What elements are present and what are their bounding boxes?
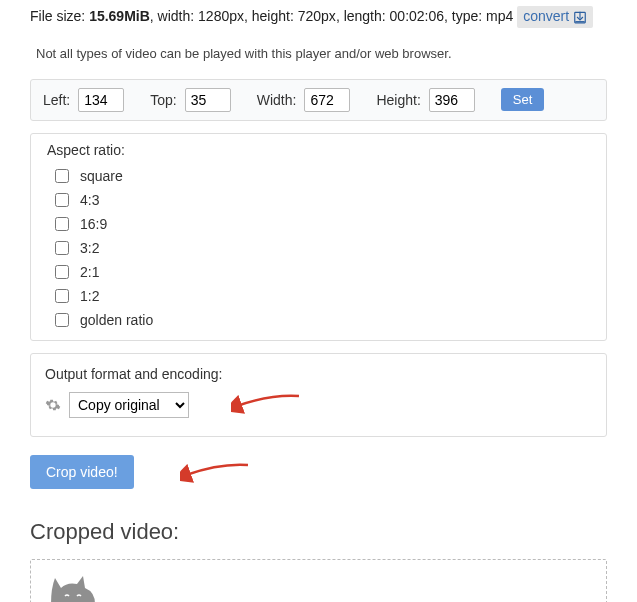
convert-label: convert	[523, 7, 569, 27]
file-info: File size: 15.69MiB, width: 1280px, heig…	[30, 6, 607, 28]
cropped-video-title: Cropped video:	[30, 519, 607, 545]
convert-button[interactable]: convert	[517, 6, 593, 28]
aspect-option[interactable]: 2:1	[43, 260, 594, 284]
left-input[interactable]	[78, 88, 124, 112]
set-button[interactable]: Set	[501, 88, 545, 111]
left-label: Left:	[43, 92, 70, 108]
svg-rect-0	[575, 21, 584, 22]
aspect-label: 4:3	[80, 192, 99, 208]
aspect-label: square	[80, 168, 123, 184]
output-title: Output format and encoding:	[45, 366, 592, 382]
aspect-option[interactable]: golden ratio	[43, 308, 594, 332]
aspect-checkbox-1-2[interactable]	[55, 289, 69, 303]
cropped-video-output	[30, 559, 607, 602]
width-input[interactable]	[304, 88, 350, 112]
aspect-option[interactable]: 3:2	[43, 236, 594, 260]
height-label: Height:	[376, 92, 420, 108]
aspect-label: 2:1	[80, 264, 99, 280]
output-panel: Output format and encoding: Copy origina…	[30, 353, 607, 437]
crop-video-button[interactable]: Crop video!	[30, 455, 134, 489]
file-height-value: 720px	[298, 8, 336, 24]
aspect-label: 1:2	[80, 288, 99, 304]
aspect-ratio-panel: Aspect ratio: square 4:3 16:9 3:2 2:1 1:…	[30, 133, 607, 341]
crop-row: Crop video!	[30, 455, 607, 495]
file-type-value: mp4	[486, 8, 513, 24]
aspect-option[interactable]: 4:3	[43, 188, 594, 212]
gear-icon[interactable]	[45, 397, 61, 413]
aspect-checkbox-16-9[interactable]	[55, 217, 69, 231]
aspect-ratio-title: Aspect ratio:	[43, 142, 594, 158]
width-label: Width:	[257, 92, 297, 108]
output-format-select[interactable]: Copy original	[69, 392, 189, 418]
download-icon	[573, 10, 587, 24]
aspect-checkbox-4-3[interactable]	[55, 193, 69, 207]
file-size-label: File size:	[30, 8, 89, 24]
file-size-value: 15.69MiB	[89, 8, 150, 24]
annotation-arrow-icon	[180, 459, 250, 486]
aspect-checkbox-3-2[interactable]	[55, 241, 69, 255]
aspect-label: golden ratio	[80, 312, 153, 328]
aspect-label: 16:9	[80, 216, 107, 232]
top-input[interactable]	[185, 88, 231, 112]
aspect-checkbox-square[interactable]	[55, 169, 69, 183]
file-length-value: 00:02:06	[390, 8, 445, 24]
aspect-option[interactable]: 16:9	[43, 212, 594, 236]
aspect-checkbox-2-1[interactable]	[55, 265, 69, 279]
note-text: Not all types of video can be played wit…	[36, 46, 607, 61]
top-label: Top:	[150, 92, 176, 108]
file-width-value: 1280px	[198, 8, 244, 24]
aspect-label: 3:2	[80, 240, 99, 256]
dimensions-panel: Left: Top: Width: Height: Set	[30, 79, 607, 121]
height-input[interactable]	[429, 88, 475, 112]
aspect-checkbox-golden[interactable]	[55, 313, 69, 327]
aspect-option[interactable]: 1:2	[43, 284, 594, 308]
aspect-option[interactable]: square	[43, 164, 594, 188]
annotation-arrow-icon	[231, 390, 301, 417]
